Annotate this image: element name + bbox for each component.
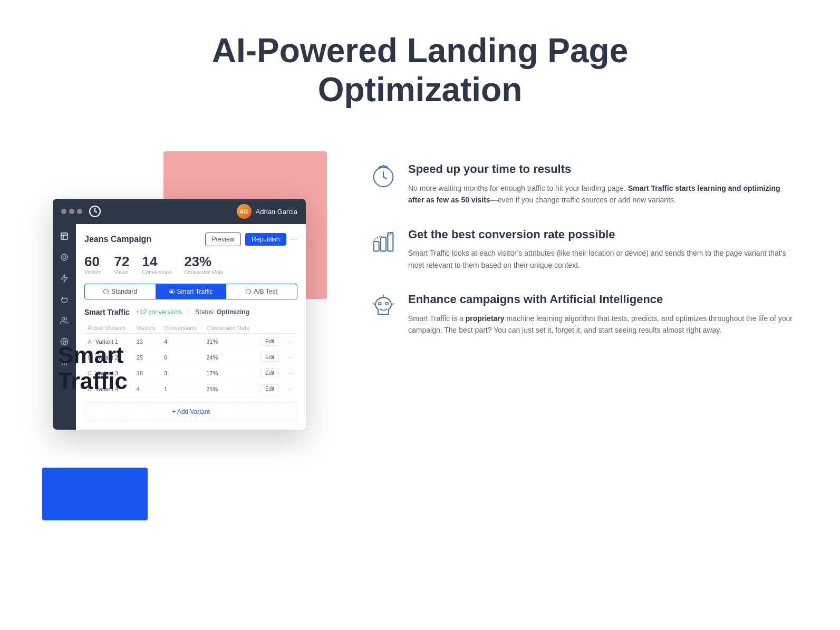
variant-d-more-cell: ···	[285, 381, 297, 397]
feature-speed: Speed up your time to results No more wa…	[369, 162, 798, 206]
variant-d-more-icon[interactable]: ···	[288, 385, 293, 393]
stat-rate: 23% Conversion Rate	[184, 255, 223, 275]
stat-rate-value: 23%	[184, 255, 223, 268]
campaign-header: Jeans Campaign Preview Republish ···	[84, 232, 297, 246]
variant-a-more-cell: ···	[285, 334, 297, 350]
feature-ai-text: Enhance campaigns with Artificial Intell…	[408, 292, 798, 336]
mockup-area: AG Adrian Garcia	[42, 151, 327, 520]
tab-smart-traffic[interactable]: Smart Traffic	[156, 284, 226, 299]
variant-b-visitors: 25	[133, 350, 161, 365]
feature-conversion-title: Get the best conversion rate possible	[408, 227, 798, 243]
st-section-name: Smart Traffic	[84, 308, 130, 316]
feature-conversion-desc: Smart Traffic looks at each visitor’s at…	[408, 247, 798, 271]
tab-ab-test[interactable]: A/B Test	[226, 284, 297, 299]
variant-d-edit-button[interactable]: Edit	[260, 384, 279, 393]
stat-visitors-label: Visitors	[84, 269, 102, 275]
clock-icon	[369, 162, 398, 190]
variant-b-more-icon[interactable]: ···	[288, 354, 293, 361]
th-visitors: Visitors	[133, 323, 161, 334]
stat-conversions: 14 Conversions	[142, 255, 172, 275]
svg-point-3	[63, 256, 65, 259]
sidebar-icon-pages[interactable]	[59, 230, 70, 242]
tab-smart-traffic-label: Smart Traffic	[177, 288, 213, 295]
stat-conversions-value: 14	[142, 255, 172, 268]
variant-a-visitors: 13	[133, 334, 161, 350]
feature-speed-desc: No more waiting months for enough traffi…	[408, 182, 798, 206]
variant-d-conversions: 1	[161, 381, 203, 397]
app-window: AG Adrian Garcia	[53, 199, 306, 430]
variant-c-edit-button[interactable]: Edit	[260, 369, 279, 377]
th-actions	[257, 323, 285, 334]
window-logo-icon	[89, 205, 101, 218]
sidebar-icon-lightning[interactable]	[59, 273, 70, 284]
tab-standard-radio	[103, 289, 109, 294]
variant-d-edit-cell: Edit	[257, 381, 285, 397]
feature-ai: Enhance campaigns with Artificial Intell…	[369, 292, 798, 336]
st-divider	[188, 308, 189, 316]
add-variant-button[interactable]: + Add Variant	[84, 402, 297, 421]
sidebar-icon-users[interactable]	[59, 315, 70, 326]
page-title: AI-Powered Landing Page Optimization	[42, 32, 798, 109]
tab-smart-traffic-radio	[169, 289, 175, 294]
variant-c-conversions: 3	[161, 365, 203, 381]
stat-conversions-label: Conversions	[142, 269, 172, 275]
variant-c-edit-cell: Edit	[257, 365, 285, 381]
stat-visitors: 60 Visitors	[84, 255, 102, 275]
campaign-menu-dots[interactable]: ···	[291, 235, 297, 244]
window-body: Jeans Campaign Preview Republish ··· 60	[53, 224, 306, 430]
preview-button[interactable]: Preview	[205, 232, 242, 246]
variant-b-more-cell: ···	[285, 350, 297, 365]
page-container: AI-Powered Landing Page Optimization	[0, 0, 840, 563]
smart-traffic-overlay-text: SmartTraffic	[58, 343, 128, 394]
sidebar-icon-target[interactable]	[59, 251, 70, 263]
svg-point-9	[62, 317, 64, 320]
stat-views-label: Views	[114, 269, 130, 275]
window-dots	[61, 209, 82, 214]
window-titlebar: AG Adrian Garcia	[53, 199, 306, 224]
th-rate: Conversion Rate	[203, 323, 257, 334]
user-avatar: AG	[237, 204, 252, 219]
th-active-variants: Active Variants	[84, 323, 133, 334]
dot3	[77, 209, 82, 214]
sidebar-icon-plug[interactable]	[59, 294, 70, 305]
svg-point-2	[61, 254, 67, 260]
stats-row: 60 Visitors 72 Views 14 Conversions	[84, 255, 297, 275]
svg-rect-16	[374, 241, 379, 251]
svg-marker-8	[61, 275, 67, 282]
tab-standard[interactable]: Standard	[85, 284, 156, 299]
variant-c-rate: 17%	[203, 365, 257, 381]
variant-b-edit-button[interactable]: Edit	[260, 353, 279, 362]
dot2	[69, 209, 74, 214]
tab-standard-label: Standard	[111, 288, 137, 295]
smart-traffic-overlay: SmartTraffic	[58, 343, 128, 394]
th-conversions: Conversions	[161, 323, 203, 334]
variant-b-conversions: 6	[161, 350, 203, 365]
brain-icon	[369, 292, 398, 321]
st-status-text: Status: Optimizing	[195, 308, 249, 316]
features-area: Speed up your time to results No more wa…	[369, 151, 798, 357]
user-name: Adrian Garcia	[256, 208, 297, 216]
campaign-actions: Preview Republish ···	[205, 232, 297, 246]
feature-speed-title: Speed up your time to results	[408, 162, 798, 177]
th-more	[285, 323, 297, 334]
tab-ab-label: A/B Test	[254, 288, 277, 295]
feature-conversion-text: Get the best conversion rate possible Sm…	[408, 227, 798, 271]
feature-conversion: Get the best conversion rate possible Sm…	[369, 227, 798, 271]
variant-a-rate: 31%	[203, 334, 257, 350]
feature-ai-title: Enhance campaigns with Artificial Intell…	[408, 292, 798, 307]
feature-speed-text: Speed up your time to results No more wa…	[408, 162, 798, 206]
title-line1: AI-Powered Landing Page	[212, 32, 628, 70]
tab-smart-traffic-radio-inner	[170, 290, 173, 293]
variant-b-rate: 24%	[203, 350, 257, 365]
republish-button[interactable]: Republish	[245, 233, 286, 246]
svg-rect-17	[381, 237, 386, 251]
dot1	[61, 209, 66, 214]
blue-rectangle	[42, 468, 148, 520]
variant-a-edit-button[interactable]: Edit	[260, 337, 279, 346]
variant-c-more-icon[interactable]: ···	[288, 370, 293, 377]
variant-a-more-icon[interactable]: ···	[288, 338, 293, 345]
campaign-name: Jeans Campaign	[84, 235, 151, 244]
feature-ai-desc: Smart Traffic is a proprietary machine l…	[408, 313, 798, 336]
main-content: AG Adrian Garcia	[42, 151, 798, 520]
st-status-value: Optimizing	[217, 308, 249, 316]
